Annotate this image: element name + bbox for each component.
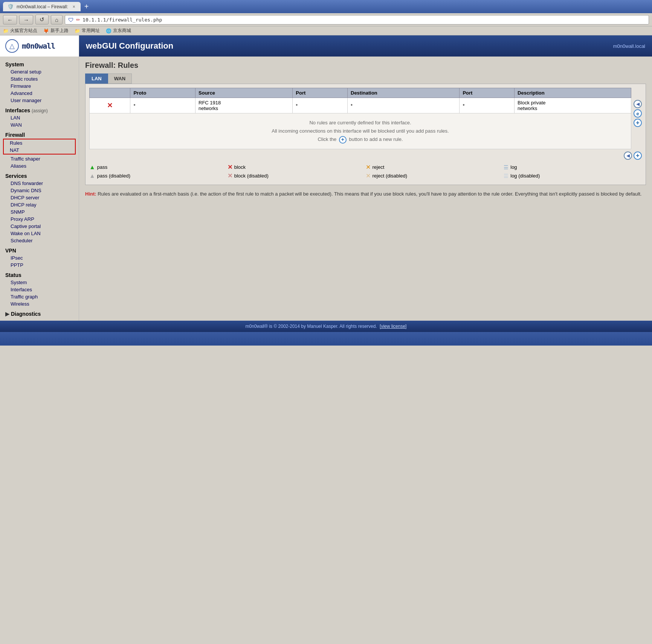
sidebar-item-dhcp-server[interactable]: DHCP server	[0, 194, 79, 201]
sidebar-item-status-system[interactable]: System	[0, 279, 79, 286]
shield-icon: 🛡	[68, 17, 74, 23]
edit-icon: ✏	[76, 17, 80, 23]
browser-tab-active[interactable]: 🛡️ m0n0wall.local – Firewall: ×	[3, 2, 81, 11]
page-footer: m0n0wall® is © 2002-2014 by Manuel Kaspe…	[0, 321, 652, 332]
sidebar-item-wireless[interactable]: Wireless	[0, 300, 79, 307]
browser-taskbar	[0, 332, 652, 346]
sidebar-item-aliases[interactable]: Aliases	[0, 162, 79, 170]
sidebar-section-firewall: Firewall Rules NAT Traffic shaper Aliase…	[0, 130, 79, 170]
sidebar-item-firmware[interactable]: Firmware	[0, 83, 79, 90]
sidebar: System General setup Static routes Firmw…	[0, 57, 79, 321]
rules-table: Proto Source Port Destination Port Descr…	[89, 88, 631, 149]
edit-rule-btn[interactable]: e	[634, 109, 642, 118]
sidebar-item-dhcp-relay[interactable]: DHCP relay	[0, 201, 79, 208]
reject-icon: ✕	[366, 164, 371, 171]
address-bar[interactable]: 🛡 ✏ 10.1.1.1/firewall_rules.php	[65, 15, 649, 24]
sidebar-item-traffic-graph[interactable]: Traffic graph	[0, 293, 79, 300]
delete-icon[interactable]: ✕	[107, 102, 113, 109]
log-icon: ☰	[504, 164, 508, 170]
col-header-dest-port: Port	[460, 88, 515, 98]
sidebar-item-dns-forwarder[interactable]: DNS forwarder	[0, 180, 79, 187]
tab-title: m0n0wall.local – Firewall:	[17, 4, 68, 9]
tab-lan[interactable]: LAN	[85, 73, 108, 84]
col-header-dest: Destination	[348, 88, 460, 98]
block-disabled-icon: ✕	[228, 172, 232, 179]
block-label: block	[234, 164, 246, 170]
log-disabled-icon: ☰	[504, 173, 508, 179]
log-label: log	[510, 164, 517, 170]
tab-wan[interactable]: WAN	[108, 73, 132, 84]
row-dest-port: *	[460, 98, 515, 113]
sidebar-item-ipsec[interactable]: IPsec	[0, 254, 79, 262]
sidebar-item-static-routes[interactable]: Static routes	[0, 75, 79, 83]
page-top: △ m0n0wall webGUI Configuration m0n0wall…	[0, 35, 652, 57]
pass-disabled-label: pass (disabled)	[97, 173, 130, 179]
add-below-btn[interactable]: +	[634, 119, 642, 127]
sidebar-section-status: Status System Interfaces Traffic graph W…	[0, 270, 79, 307]
row-src-port: *	[293, 98, 348, 113]
logo-area: △ m0n0wall	[0, 35, 79, 57]
sidebar-item-nat[interactable]: NAT	[4, 147, 75, 154]
rules-nat-highlight-box: Rules NAT	[3, 139, 76, 154]
hint-text: Rules are evaluated on a first-match bas…	[98, 191, 641, 197]
reload-button[interactable]: ↺	[35, 15, 49, 24]
home-button[interactable]: ⌂	[51, 15, 63, 24]
page-wrapper: △ m0n0wall webGUI Configuration m0n0wall…	[0, 35, 652, 332]
sidebar-item-dynamic-dns[interactable]: Dynamic DNS	[0, 187, 79, 194]
sidebar-item-scheduler[interactable]: Scheduler	[0, 237, 79, 244]
sidebar-section-title-interfaces: Interfaces (assign)	[0, 106, 79, 114]
sidebar-item-wan[interactable]: WAN	[0, 121, 79, 128]
diagnostics-arrow[interactable]: ▶	[5, 311, 9, 317]
sidebar-item-lan[interactable]: LAN	[0, 114, 79, 121]
sidebar-item-snmp[interactable]: SNMP	[0, 208, 79, 216]
legend: ▲ pass ✕ block ✕ reject ☰ log	[89, 164, 642, 179]
tab-favicon: 🛡️	[8, 4, 14, 9]
sidebar-item-traffic-shaper[interactable]: Traffic shaper	[0, 155, 79, 162]
sidebar-item-interfaces[interactable]: Interfaces	[0, 286, 79, 293]
move-up-bottom-btn[interactable]: ◀	[624, 151, 632, 160]
interfaces-assign[interactable]: (assign)	[32, 108, 48, 113]
bookmarks-bar: 📁 火狐官方站点 🦊 新手上路 📁 常用网址 🌐 京东商城	[0, 26, 652, 35]
reject-label: reject	[373, 164, 385, 170]
bookmark-1[interactable]: 📁 火狐官方站点	[3, 28, 37, 34]
no-rules-line3: Click the + button to add a new rule.	[93, 135, 628, 144]
no-rules-line2: All incoming connections on this interfa…	[93, 127, 628, 135]
bookmark-3-label: 常用网址	[82, 28, 100, 34]
row-dest: *	[348, 98, 460, 113]
sidebar-item-captive-portal[interactable]: Captive portal	[0, 223, 79, 230]
sidebar-section-title-firewall: Firewall	[0, 130, 79, 139]
sidebar-item-user-manager[interactable]: User manager	[0, 97, 79, 104]
add-new-rule-btn[interactable]: +	[634, 151, 642, 160]
sidebar-section-diagnostics: ▶ Diagnostics	[0, 309, 79, 318]
sidebar-item-wake-on-lan[interactable]: Wake on LAN	[0, 230, 79, 237]
no-rules-cell: No rules are currently defined for this …	[90, 113, 631, 149]
interfaces-title: Interfaces	[5, 107, 32, 113]
row-source: RFC 1918networks	[195, 98, 293, 113]
footer-link[interactable]: [view license]	[380, 324, 406, 329]
bookmark-1-label: 火狐官方站点	[10, 28, 37, 34]
sidebar-section-system: System General setup Static routes Firmw…	[0, 60, 79, 104]
hint-label: Hint:	[85, 191, 96, 197]
pass-icon: ▲	[89, 164, 95, 171]
bookmark-4-label: 京东商城	[113, 28, 131, 34]
bookmark-2[interactable]: 🦊 新手上路	[43, 28, 69, 34]
sidebar-item-pptp[interactable]: PPTP	[0, 262, 79, 269]
tab-close-icon[interactable]: ×	[73, 4, 75, 9]
sidebar-section-interfaces: Interfaces (assign) LAN WAN	[0, 106, 79, 128]
sidebar-item-proxy-arp[interactable]: Proxy ARP	[0, 216, 79, 223]
bookmark-4[interactable]: 🌐 京东商城	[106, 28, 131, 34]
new-tab-button[interactable]: +	[81, 2, 93, 12]
back-button[interactable]: ←	[3, 15, 17, 24]
legend-reject: ✕ reject	[366, 164, 504, 171]
bookmark-3-icon: 📁	[75, 28, 80, 34]
diagnostics-title[interactable]: Diagnostics	[11, 311, 41, 317]
move-up-btn[interactable]: ◀	[634, 100, 642, 108]
bookmark-3[interactable]: 📁 常用网址	[75, 28, 100, 34]
sidebar-item-advanced[interactable]: Advanced	[0, 90, 79, 97]
sidebar-item-rules[interactable]: Rules	[4, 139, 75, 147]
col-header-src-port: Port	[293, 88, 348, 98]
forward-button[interactable]: →	[19, 15, 33, 24]
sidebar-item-general-setup[interactable]: General setup	[0, 68, 79, 75]
add-rule-inline-btn[interactable]: +	[339, 136, 347, 144]
table-row: ✕ * RFC 1918networks * * * Block private…	[90, 98, 631, 113]
